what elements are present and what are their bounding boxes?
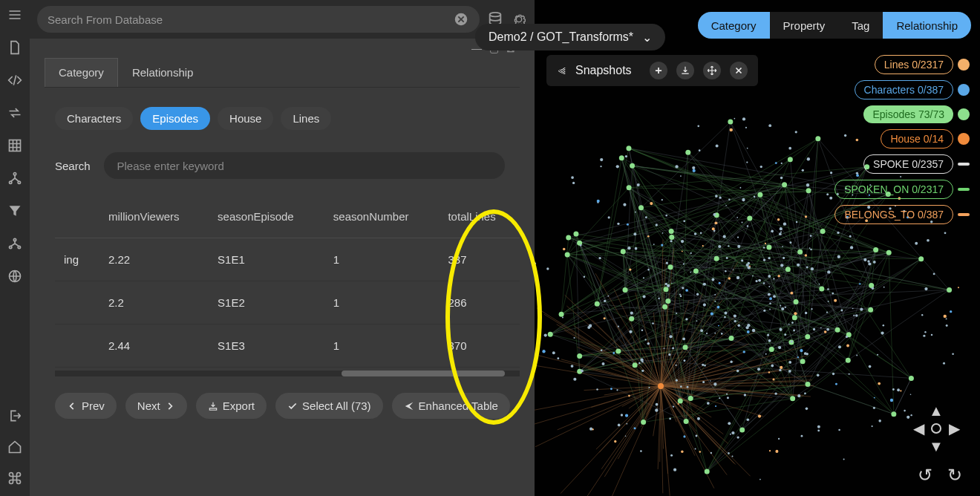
- hierarchy-icon[interactable]: [7, 171, 22, 186]
- svg-line-192: [670, 267, 788, 270]
- document-icon[interactable]: [7, 40, 22, 55]
- svg-point-688: [744, 394, 746, 396]
- chip-house[interactable]: House: [218, 107, 273, 130]
- legend-belongs-to[interactable]: BELONGS_TO 0/387: [834, 205, 970, 224]
- svg-line-400: [661, 386, 751, 476]
- svg-point-851: [900, 390, 901, 391]
- view-mode-nav: Category Property Tag Relationship: [698, 12, 971, 39]
- search-field[interactable]: [37, 6, 480, 33]
- svg-line-214: [793, 139, 818, 399]
- clear-icon[interactable]: [453, 11, 469, 27]
- table-row[interactable]: 2.44 S1E3 1 370: [55, 324, 520, 368]
- move-icon[interactable]: [703, 62, 721, 79]
- svg-point-602: [737, 236, 739, 238]
- legend-spoken-on[interactable]: SPOKEN_ON 0/2317: [834, 180, 970, 199]
- close-snapshot-icon[interactable]: [730, 62, 748, 79]
- svg-point-728: [773, 295, 776, 298]
- legend-house[interactable]: House 0/14: [881, 129, 970, 149]
- pill-property[interactable]: Property: [770, 12, 839, 39]
- pan-up-icon[interactable]: ▲: [929, 402, 944, 420]
- col-totallines[interactable]: totalLines: [439, 195, 520, 238]
- svg-line-296: [661, 386, 727, 475]
- next-button[interactable]: Next: [125, 393, 187, 419]
- svg-point-697: [714, 294, 716, 296]
- table-row[interactable]: 2.2 S1E2 1 286: [55, 281, 520, 324]
- chevron-down-icon[interactable]: ⌄: [642, 30, 652, 45]
- legend-dot-icon: [958, 84, 970, 96]
- rotate-right-icon[interactable]: ↻: [947, 465, 962, 486]
- chip-episodes[interactable]: Episodes: [140, 107, 210, 130]
- collapse-icon[interactable]: ⫷: [557, 65, 566, 76]
- svg-point-424: [577, 353, 582, 359]
- legend-episodes[interactable]: Episodes 73/73: [863, 105, 970, 123]
- command-icon[interactable]: [7, 471, 22, 486]
- legend-lines[interactable]: Lines 0/2317: [875, 55, 970, 74]
- enhanced-table-button[interactable]: Enhanced Table: [392, 393, 510, 419]
- pill-relationship[interactable]: Relationship: [883, 12, 971, 39]
- table-search-input[interactable]: [104, 152, 505, 179]
- svg-point-498: [731, 431, 734, 434]
- svg-point-748: [739, 187, 741, 189]
- svg-point-579: [944, 315, 947, 318]
- svg-point-872: [697, 125, 699, 127]
- chip-characters[interactable]: Characters: [55, 107, 133, 130]
- svg-line-355: [661, 386, 723, 434]
- search-input[interactable]: [48, 13, 453, 26]
- svg-point-536: [820, 327, 822, 329]
- pill-tag[interactable]: Tag: [838, 12, 883, 39]
- top-bar: [30, 0, 535, 39]
- export-button[interactable]: Export: [196, 393, 267, 419]
- svg-point-567: [863, 258, 866, 261]
- svg-point-736: [719, 197, 722, 199]
- rotate-left-icon[interactable]: ↺: [918, 465, 932, 486]
- svg-point-623: [872, 287, 875, 290]
- code-icon[interactable]: [7, 73, 22, 88]
- home-icon[interactable]: [7, 440, 22, 454]
- menu-icon[interactable]: [7, 7, 22, 22]
- svg-line-209: [894, 378, 912, 414]
- recenter-icon[interactable]: [931, 423, 941, 434]
- download-icon[interactable]: [676, 62, 694, 79]
- svg-point-414: [685, 150, 690, 155]
- breadcrumb[interactable]: Demo2 / GOT_Transforms* ⌄: [475, 24, 665, 50]
- table-row[interactable]: ing 2.22 S1E1 1 337: [55, 238, 520, 281]
- svg-point-546: [683, 435, 685, 437]
- svg-point-862: [647, 235, 650, 238]
- svg-point-532: [572, 182, 575, 184]
- grid-icon[interactable]: [7, 138, 22, 153]
- select-all-button[interactable]: Select All (73): [275, 393, 383, 419]
- svg-line-138: [672, 237, 921, 258]
- svg-point-845: [921, 314, 923, 316]
- svg-point-737: [747, 330, 750, 333]
- col-seasonepisode[interactable]: seasonEpisode: [209, 195, 324, 238]
- svg-point-436: [665, 298, 670, 304]
- table-h-scrollbar[interactable]: [55, 371, 520, 376]
- globe-icon[interactable]: [7, 269, 22, 284]
- pan-down-icon[interactable]: ▼: [929, 438, 944, 455]
- svg-point-822: [710, 380, 711, 382]
- col-millionviewers[interactable]: millionViewers: [99, 195, 209, 238]
- svg-point-837: [807, 157, 810, 160]
- col-seasonnumber[interactable]: seasonNumber: [324, 195, 440, 238]
- logout-icon[interactable]: [7, 408, 22, 423]
- prev-button[interactable]: Prev: [55, 393, 117, 419]
- share-icon[interactable]: [7, 236, 22, 251]
- snapshots-panel: ⫷ Snapshots: [546, 55, 758, 86]
- svg-point-470: [757, 192, 762, 198]
- add-snapshot-icon[interactable]: [650, 62, 667, 79]
- legend-characters[interactable]: Characters 0/387: [855, 80, 970, 99]
- svg-point-631: [631, 316, 633, 318]
- legend-spoke[interactable]: SPOKE 0/2357: [863, 154, 970, 174]
- svg-point-512: [601, 362, 604, 365]
- pan-left-icon[interactable]: ◀: [913, 420, 924, 437]
- svg-point-731: [552, 351, 555, 354]
- transfer-icon[interactable]: [7, 105, 22, 120]
- svg-point-644: [771, 365, 774, 368]
- chip-lines[interactable]: Lines: [281, 107, 331, 130]
- filter-icon[interactable]: [7, 203, 22, 218]
- tab-relationship[interactable]: Relationship: [118, 58, 208, 87]
- pill-category[interactable]: Category: [698, 12, 770, 39]
- svg-point-547: [638, 362, 640, 364]
- pan-right-icon[interactable]: ▶: [949, 420, 960, 437]
- tab-category[interactable]: Category: [45, 58, 118, 87]
